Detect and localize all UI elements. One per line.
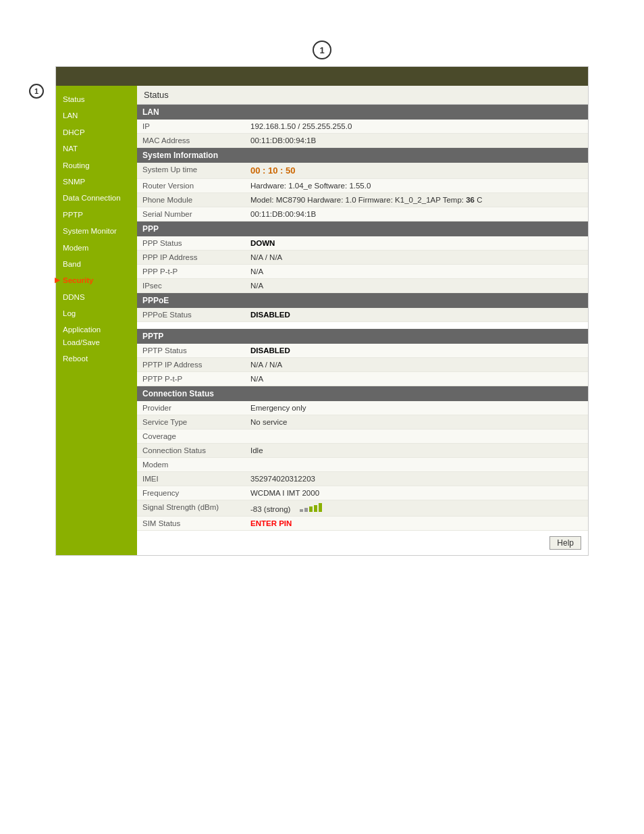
pptp-ip-value: N/A / N/A bbox=[250, 361, 583, 369]
sidebar-item-data-connection[interactable]: Data Connection bbox=[56, 190, 137, 206]
uptime-value: 00 : 10 : 50 bbox=[250, 165, 583, 176]
main-container: 1 Status LAN DHCP NAT Routing SNMP Data … bbox=[55, 66, 589, 556]
sysinfo-section-header: System Information bbox=[137, 148, 588, 163]
signal-bar-2 bbox=[304, 508, 308, 512]
router-version-label: Router Version bbox=[142, 182, 250, 190]
provider-label: Provider bbox=[142, 404, 250, 412]
ipsec-value: N/A bbox=[250, 282, 583, 290]
provider-row: Provider Emergency only bbox=[137, 401, 588, 415]
pppoe-status-label: PPPoE Status bbox=[142, 311, 250, 319]
page-title: Status bbox=[144, 90, 169, 100]
provider-value: Emergency only bbox=[250, 404, 583, 412]
modem-row: Modem bbox=[137, 458, 588, 472]
sidebar-item-routing[interactable]: Routing bbox=[56, 157, 137, 174]
sidebar-item-system-monitor[interactable]: System Monitor bbox=[56, 223, 137, 239]
serial-number-row: Serial Number 00:11:DB:00:94:1B bbox=[137, 207, 588, 221]
content-area: 1 Status LAN DHCP NAT Routing SNMP Data … bbox=[56, 86, 588, 555]
imei-label: IMEI bbox=[142, 475, 250, 483]
sidebar-item-app-load-save[interactable]: Application Load/Save bbox=[56, 321, 137, 350]
sidebar: 1 Status LAN DHCP NAT Routing SNMP Data … bbox=[56, 86, 137, 555]
top-bar bbox=[56, 67, 588, 86]
service-type-value: No service bbox=[250, 418, 583, 426]
sim-status-label: SIM Status bbox=[142, 519, 250, 527]
signal-strength-row: Signal Strength (dBm) -83 (strong) bbox=[137, 500, 588, 517]
pptp-ip-row: PPTP IP Address N/A / N/A bbox=[137, 358, 588, 372]
pptp-ptp-row: PPTP P-t-P N/A bbox=[137, 372, 588, 386]
sidebar-item-modem[interactable]: Modem bbox=[56, 240, 137, 256]
pptp-ptp-value: N/A bbox=[250, 375, 583, 383]
sidebar-item-status[interactable]: Status bbox=[56, 91, 137, 107]
sidebar-item-ddns[interactable]: DDNS bbox=[56, 289, 137, 305]
uptime-row: System Up time 00 : 10 : 50 bbox=[137, 163, 588, 179]
coverage-label: Coverage bbox=[142, 432, 250, 440]
imei-value: 352974020312203 bbox=[250, 475, 583, 483]
uptime-label: System Up time bbox=[142, 165, 250, 176]
service-type-row: Service Type No service bbox=[137, 415, 588, 429]
ppp-ptp-value: N/A bbox=[250, 267, 583, 276]
lan-mac-row: MAC Address 00:11:DB:00:94:1B bbox=[137, 134, 588, 148]
sidebar-item-dhcp[interactable]: DHCP bbox=[56, 124, 137, 140]
lan-mac-label: MAC Address bbox=[142, 136, 250, 145]
ipsec-label: IPsec bbox=[142, 282, 250, 290]
lan-ip-label: IP bbox=[142, 122, 250, 130]
coverage-row: Coverage bbox=[137, 429, 588, 444]
lan-mac-value: 00:11:DB:00:94:1B bbox=[250, 136, 583, 145]
help-button[interactable]: Help bbox=[549, 536, 581, 550]
sidebar-item-pptp[interactable]: PPTP bbox=[56, 207, 137, 223]
pptp-ip-label: PPTP IP Address bbox=[142, 361, 250, 369]
connection-status-value: Idle bbox=[250, 446, 583, 454]
router-version-row: Router Version Hardware: 1.04_e Software… bbox=[137, 179, 588, 193]
imei-row: IMEI 352974020312203 bbox=[137, 472, 588, 486]
sidebar-item-log[interactable]: Log bbox=[56, 305, 137, 321]
frequency-label: Frequency bbox=[142, 489, 250, 497]
serial-number-value: 00:11:DB:00:94:1B bbox=[250, 210, 583, 218]
pppoe-section-header: PPPoE bbox=[137, 293, 588, 308]
coverage-value bbox=[250, 432, 583, 440]
signal-bar-4 bbox=[314, 505, 317, 512]
phone-module-value: Model: MC8790 Hardware: 1.0 Firmware: K1… bbox=[250, 196, 583, 204]
sidebar-item-lan[interactable]: LAN bbox=[56, 107, 137, 124]
ppp-ip-value: N/A / N/A bbox=[250, 253, 583, 261]
pptp-status-label: PPTP Status bbox=[142, 346, 250, 355]
ipsec-row: IPsec N/A bbox=[137, 279, 588, 293]
help-area: Help bbox=[137, 531, 588, 555]
conn-status-section-header: Connection Status bbox=[137, 386, 588, 401]
ppp-ip-label: PPP IP Address bbox=[142, 253, 250, 261]
signal-bar-1 bbox=[300, 509, 303, 512]
sidebar-item-security[interactable]: Security bbox=[56, 272, 137, 288]
sidebar-item-band[interactable]: Band bbox=[56, 256, 137, 272]
step-indicator-side: 1 bbox=[29, 84, 44, 99]
phone-module-label: Phone Module bbox=[142, 196, 250, 204]
ppp-status-row: PPP Status DOWN bbox=[137, 236, 588, 251]
service-type-label: Service Type bbox=[142, 418, 250, 426]
connection-status-row: Connection Status Idle bbox=[137, 444, 588, 458]
spacer1 bbox=[137, 322, 588, 329]
pptp-status-row: PPTP Status DISABLED bbox=[137, 344, 588, 358]
signal-strength-label: Signal Strength (dBm) bbox=[142, 503, 250, 513]
signal-bar-3 bbox=[309, 506, 313, 512]
router-version-value: Hardware: 1.04_e Software: 1.55.0 bbox=[250, 182, 583, 190]
modem-value bbox=[250, 461, 583, 469]
pppoe-status-value: DISABLED bbox=[250, 311, 583, 319]
signal-strength-value: -83 (strong) bbox=[250, 503, 583, 513]
lan-ip-row: IP 192.168.1.50 / 255.255.255.0 bbox=[137, 120, 588, 134]
signal-bar-5 bbox=[319, 503, 322, 512]
ppp-ptp-row: PPP P-t-P N/A bbox=[137, 265, 588, 279]
pptp-section-header: PPTP bbox=[137, 329, 588, 344]
ppp-status-value: DOWN bbox=[250, 239, 583, 247]
ppp-ptp-label: PPP P-t-P bbox=[142, 267, 250, 276]
signal-bars bbox=[300, 503, 322, 512]
sidebar-item-nat[interactable]: NAT bbox=[56, 140, 137, 157]
modem-label: Modem bbox=[142, 461, 250, 469]
sidebar-item-snmp[interactable]: SNMP bbox=[56, 174, 137, 190]
pptp-ptp-label: PPTP P-t-P bbox=[142, 375, 250, 383]
pppoe-status-row: PPPoE Status DISABLED bbox=[137, 308, 588, 322]
page-title-bar: Status bbox=[137, 86, 588, 105]
connection-status-label: Connection Status bbox=[142, 446, 250, 454]
frequency-value: WCDMA I IMT 2000 bbox=[250, 489, 583, 497]
ppp-ip-row: PPP IP Address N/A / N/A bbox=[137, 251, 588, 265]
sidebar-item-reboot[interactable]: Reboot bbox=[56, 350, 137, 367]
step-indicator-top: 1 bbox=[313, 41, 331, 59]
lan-ip-value: 192.168.1.50 / 255.255.255.0 bbox=[250, 122, 583, 130]
pptp-status-value: DISABLED bbox=[250, 346, 583, 355]
